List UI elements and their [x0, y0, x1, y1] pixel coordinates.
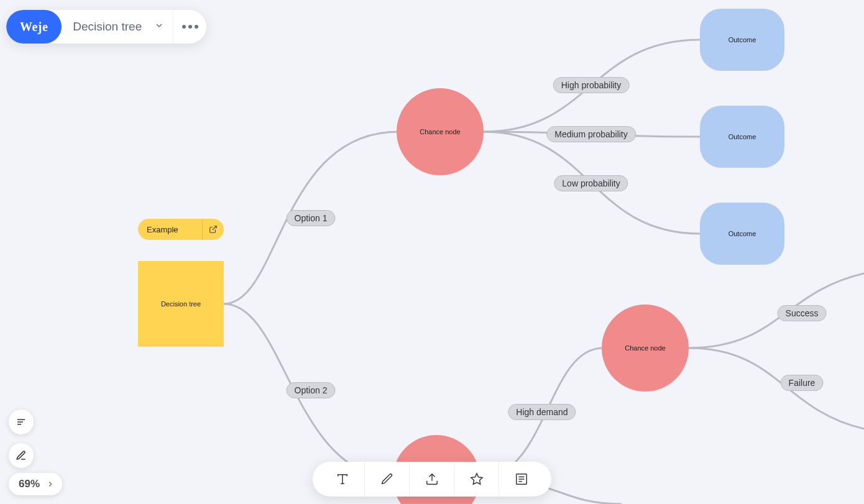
dots-icon — [182, 25, 186, 29]
top-toolbar: Weje Decision tree — [6, 10, 206, 44]
edge-label-med-prob[interactable]: Medium probability — [546, 126, 636, 142]
star-icon — [470, 472, 484, 486]
svg-marker-7 — [471, 474, 482, 484]
upload-icon — [425, 472, 439, 486]
star-tool-button[interactable] — [454, 462, 499, 497]
text-icon — [336, 472, 349, 486]
list-view-button[interactable] — [9, 410, 34, 434]
chevron-down-icon — [154, 20, 164, 34]
outcome-node-3[interactable]: Outcome — [700, 203, 784, 265]
outcome-node-1-label: Outcome — [728, 36, 756, 44]
example-tag-label: Example — [147, 225, 178, 234]
svg-line-0 — [213, 226, 216, 230]
outcome-node-2-label: Outcome — [728, 133, 756, 140]
external-link-icon[interactable] — [202, 219, 218, 240]
chance-node-1[interactable]: Chance node — [397, 88, 484, 175]
decision-node[interactable]: Decision tree — [138, 261, 224, 347]
draw-tool-button[interactable] — [365, 462, 410, 497]
bottom-toolbar — [313, 462, 551, 497]
pencil-icon — [380, 472, 394, 486]
list-icon — [16, 416, 27, 428]
zoom-value: 69% — [19, 478, 40, 490]
more-menu-button[interactable] — [173, 10, 206, 44]
side-controls — [9, 410, 34, 468]
logo[interactable]: Weje — [6, 10, 62, 44]
chance-node-1-label: Chance node — [420, 128, 460, 135]
edge-label-option1[interactable]: Option 1 — [287, 210, 336, 226]
outcome-node-3-label: Outcome — [728, 230, 756, 237]
edge-label-option2[interactable]: Option 2 — [287, 382, 336, 398]
outcome-node-2[interactable]: Outcome — [700, 106, 784, 168]
chance-node-2-label: Chance node — [625, 344, 665, 352]
chance-node-2[interactable]: Chance node — [602, 305, 689, 392]
edge-label-high-demand[interactable]: High demand — [508, 404, 576, 420]
upload-tool-button[interactable] — [410, 462, 454, 497]
outcome-node-1[interactable]: Outcome — [700, 9, 784, 71]
edge-label-high-prob[interactable]: High probability — [553, 77, 630, 93]
edge-label-failure[interactable]: Failure — [781, 375, 824, 391]
layout-icon — [515, 472, 528, 486]
pencil-button[interactable] — [9, 443, 34, 468]
layout-tool-button[interactable] — [499, 462, 544, 497]
canvas[interactable]: Example Decision tree Chance node Chance… — [0, 0, 864, 504]
document-title: Decision tree — [73, 20, 142, 34]
edge-label-low-prob[interactable]: Low probability — [554, 175, 628, 191]
example-tag[interactable]: Example — [138, 219, 224, 240]
pencil-icon — [16, 450, 27, 461]
chevron-right-icon — [46, 480, 55, 488]
decision-node-label: Decision tree — [161, 300, 201, 308]
edge-label-success[interactable]: Success — [778, 305, 827, 321]
document-title-dropdown[interactable]: Decision tree — [62, 10, 173, 44]
text-tool-button[interactable] — [320, 462, 365, 497]
zoom-control[interactable]: 69% — [9, 473, 62, 495]
